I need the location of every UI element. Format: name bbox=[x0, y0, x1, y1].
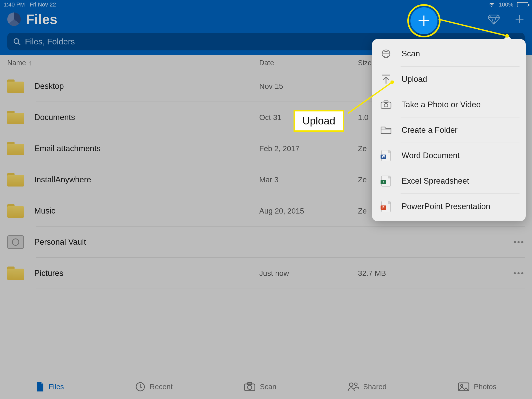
scan-icon bbox=[244, 382, 256, 391]
ppt-icon: P bbox=[380, 201, 392, 212]
folder-icon bbox=[7, 111, 24, 124]
col-date-label[interactable]: Date bbox=[259, 59, 358, 67]
menu-item-camera[interactable]: Take a Photo or Video bbox=[372, 92, 526, 117]
file-name: Personal Vault bbox=[34, 237, 86, 247]
menu-item-label: Scan bbox=[402, 49, 420, 58]
menu-item-ppt[interactable]: PPowerPoint Presentation bbox=[372, 194, 526, 219]
menu-item-upload[interactable]: Upload bbox=[372, 66, 526, 92]
add-menu-popover: ScanUploadTake a Photo or VideoCreate a … bbox=[372, 39, 526, 221]
upload-icon bbox=[380, 74, 392, 84]
folder-icon bbox=[7, 267, 24, 280]
file-name: Music bbox=[34, 206, 55, 216]
file-size: 32.7 MB bbox=[358, 269, 504, 278]
photos-icon bbox=[458, 382, 470, 391]
scan-icon bbox=[380, 49, 392, 59]
file-name: Documents bbox=[34, 113, 75, 122]
folder-icon bbox=[7, 79, 24, 93]
more-button[interactable]: ••• bbox=[504, 269, 525, 278]
menu-item-excel[interactable]: XExcel Spreadsheet bbox=[372, 168, 526, 194]
tab-files[interactable]: Files bbox=[36, 382, 64, 392]
account-avatar-icon[interactable] bbox=[7, 12, 21, 26]
col-name-label[interactable]: Name bbox=[7, 59, 26, 67]
menu-item-scan[interactable]: Scan bbox=[372, 41, 526, 66]
menu-item-label: PowerPoint Presentation bbox=[402, 202, 490, 211]
svg-point-11 bbox=[384, 103, 388, 107]
folder-icon bbox=[7, 173, 24, 187]
files-icon bbox=[36, 382, 44, 392]
add-button[interactable] bbox=[514, 14, 525, 24]
menu-item-label: Upload bbox=[402, 75, 427, 84]
file-row[interactable]: PicturesJust now32.7 MB••• bbox=[0, 258, 532, 289]
file-name: Email attachments bbox=[34, 144, 101, 153]
battery-percent: 100% bbox=[499, 1, 513, 8]
shared-icon bbox=[348, 382, 359, 392]
search-icon bbox=[13, 38, 21, 45]
premium-diamond-icon[interactable] bbox=[488, 14, 500, 24]
tab-label: Files bbox=[49, 383, 64, 391]
menu-item-label: Word Document bbox=[402, 151, 460, 160]
sort-ascending-icon: ↑ bbox=[29, 59, 32, 67]
svg-point-5 bbox=[349, 383, 353, 387]
page-title: Files bbox=[26, 11, 57, 27]
status-time: 1:40 PM bbox=[4, 1, 25, 8]
file-date: Aug 20, 2015 bbox=[259, 207, 358, 215]
camera-icon bbox=[380, 100, 392, 109]
recent-icon bbox=[135, 382, 145, 392]
tab-scan[interactable]: Scan bbox=[244, 382, 276, 391]
vault-icon bbox=[7, 235, 24, 249]
file-date: Oct 31 bbox=[259, 113, 358, 122]
status-bar: 1:40 PM Fri Nov 22 100% bbox=[0, 0, 532, 9]
svg-rect-12 bbox=[384, 101, 388, 103]
menu-item-folder[interactable]: Create a Folder bbox=[372, 117, 526, 143]
wifi-icon bbox=[488, 2, 495, 7]
tab-shared[interactable]: Shared bbox=[348, 382, 387, 392]
file-name: InstallAnywhere bbox=[34, 175, 91, 184]
tab-label: Photos bbox=[474, 383, 496, 391]
file-row[interactable]: Personal Vault••• bbox=[0, 227, 532, 258]
file-name: Pictures bbox=[34, 269, 63, 278]
status-date: Fri Nov 22 bbox=[30, 1, 56, 8]
svg-rect-10 bbox=[381, 102, 391, 108]
svg-point-6 bbox=[355, 383, 357, 385]
menu-item-word[interactable]: WWord Document bbox=[372, 143, 526, 168]
tab-bar: FilesRecentScanSharedPhotos bbox=[0, 374, 532, 399]
tab-photos[interactable]: Photos bbox=[458, 382, 496, 391]
tab-label: Shared bbox=[363, 383, 387, 391]
menu-item-label: Take a Photo or Video bbox=[402, 100, 481, 109]
folder-icon bbox=[7, 204, 24, 218]
file-name: Desktop bbox=[34, 82, 64, 91]
menu-item-label: Create a Folder bbox=[402, 125, 457, 135]
tab-label: Recent bbox=[150, 383, 173, 391]
folder-icon bbox=[380, 126, 392, 135]
tab-recent[interactable]: Recent bbox=[135, 382, 173, 392]
excel-icon: X bbox=[380, 176, 392, 187]
svg-point-8 bbox=[461, 384, 463, 387]
file-date: Feb 2, 2017 bbox=[259, 144, 358, 153]
word-icon: W bbox=[380, 150, 392, 161]
battery-icon bbox=[517, 2, 528, 7]
file-date: Mar 3 bbox=[259, 176, 358, 184]
file-date: Just now bbox=[259, 269, 358, 278]
more-button[interactable]: ••• bbox=[504, 238, 525, 247]
folder-icon bbox=[7, 142, 24, 155]
file-date: Nov 15 bbox=[259, 82, 358, 91]
menu-item-label: Excel Spreadsheet bbox=[402, 176, 469, 186]
svg-point-3 bbox=[248, 385, 252, 389]
tab-label: Scan bbox=[260, 383, 276, 391]
